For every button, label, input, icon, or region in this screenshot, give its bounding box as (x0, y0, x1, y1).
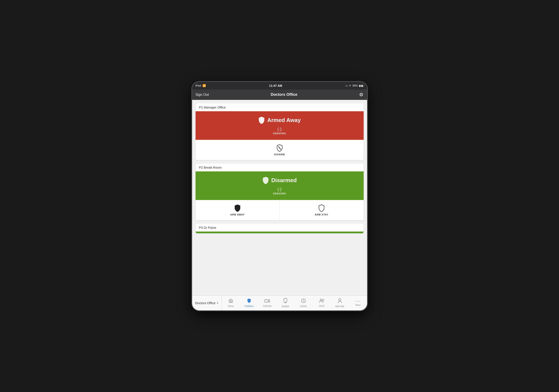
more-icon: ··· (355, 300, 360, 303)
tab-more-label: More (355, 304, 360, 306)
tab-cameras[interactable]: Cameras (258, 296, 276, 310)
p1-shield-icon (258, 116, 265, 124)
main-content: P1 Manager Office Armed Away (·) SENSORS (192, 100, 367, 295)
nav-title: Doctors Office (271, 92, 298, 97)
p1-status-tile[interactable]: Armed Away (·) SENSORS (196, 111, 364, 140)
tab-bar-location-button[interactable]: Doctors Office ∧ (192, 296, 222, 310)
tab-users-label: Users (319, 305, 324, 307)
p3-label: P3 Dr Paine (196, 224, 364, 232)
bluetooth-icon: ✴ (349, 84, 351, 87)
cameras-icon (265, 299, 270, 304)
svg-point-7 (323, 299, 324, 301)
p1-action-row: DISARM (196, 140, 364, 160)
svg-point-4 (285, 303, 286, 303)
p2-arm-away-label: ARM AWAY (230, 213, 245, 216)
settings-button[interactable]: ⚙ (359, 92, 363, 98)
p1-disarm-label: DISARM (274, 153, 285, 156)
status-bar: iPad 📶 11:47 AM ▭ ✴ 85% ▮▮▮ (192, 82, 367, 90)
svg-rect-3 (284, 298, 287, 302)
p3-status-bar (196, 232, 364, 233)
carrier-label: iPad (196, 84, 201, 87)
device-frame: iPad 📶 11:47 AM ▭ ✴ 85% ▮▮▮ Sign Out Doc… (192, 81, 368, 311)
tab-skybell[interactable]: SkyBell (276, 296, 294, 310)
svg-point-0 (261, 119, 262, 120)
myprofile-icon (338, 298, 342, 305)
p2-arm-stay-button[interactable]: ARM STAY (280, 200, 364, 220)
p2-label: P2 Break Room (196, 164, 364, 171)
status-left: iPad 📶 (196, 84, 206, 87)
tab-more[interactable]: ··· More (349, 296, 367, 310)
p2-status-tile[interactable]: Disarmed (·) SENSORS (196, 171, 364, 200)
svg-rect-2 (265, 300, 268, 302)
p2-status-title: Disarmed (262, 177, 297, 184)
p2-sensors[interactable]: (·) SENSORS (273, 187, 286, 195)
p1-status-title: Armed Away (258, 116, 301, 124)
partition-p2: P2 Break Room Disarmed (·) SENSORS (196, 164, 364, 220)
chevron-up-icon: ∧ (217, 301, 219, 304)
p2-shield-icon (262, 177, 269, 184)
p2-arm-away-button[interactable]: ARM AWAY (196, 200, 280, 220)
battery-percentage: 85% (353, 84, 358, 87)
wifi-icon: 📶 (203, 84, 206, 87)
status-time: 11:47 AM (269, 84, 282, 87)
p2-arm-stay-label: ARM STAY (315, 213, 328, 216)
p2-action-row: ARM AWAY ARM STAY (196, 200, 364, 220)
tab-home-label: Home (228, 305, 234, 307)
status-right: ▭ ✴ 85% ▮▮▮ (345, 84, 363, 87)
p2-sensors-label: SENSORS (273, 192, 286, 195)
users-icon (319, 299, 324, 304)
disarm-shield-icon (276, 144, 283, 152)
arm-away-shield-icon (234, 204, 241, 212)
tab-home[interactable]: Home (222, 296, 240, 310)
battery-icon: ▮▮▮ (359, 84, 363, 87)
tab-users[interactable]: Users (313, 296, 331, 310)
svg-point-6 (320, 299, 322, 301)
tab-partitions[interactable]: Partitions (240, 296, 258, 310)
arm-stay-shield-icon (318, 204, 325, 212)
gear-icon: ⚙ (359, 92, 363, 97)
p1-sensors-icon: (·) (278, 127, 281, 132)
skybell-icon (283, 298, 287, 305)
tab-bar: Doctors Office ∧ Home Part (192, 295, 367, 310)
partition-p3: P3 Dr Paine (196, 224, 364, 233)
tab-cameras-label: Cameras (263, 305, 272, 307)
svg-point-8 (339, 299, 341, 301)
events-icon (301, 298, 306, 304)
sign-out-button[interactable]: Sign Out (196, 93, 209, 97)
screen-icon: ▭ (345, 84, 348, 87)
tab-myprofile[interactable]: MyProfile (331, 296, 349, 310)
p1-sensors-label: SENSORS (273, 132, 286, 135)
location-label: Doctors Office (195, 301, 215, 305)
p1-sensors[interactable]: (·) SENSORS (273, 127, 286, 135)
p2-sensors-icon: (·) (278, 187, 281, 192)
p1-disarm-button[interactable]: DISARM (196, 140, 364, 160)
partitions-icon (247, 298, 252, 304)
tab-items: Home Partitions Cameras (222, 296, 367, 310)
svg-line-1 (278, 146, 281, 150)
tab-partitions-label: Partitions (245, 305, 254, 307)
tab-myprofile-label: MyProfile (335, 305, 344, 308)
p1-label: P1 Manager Office (196, 103, 364, 111)
partition-p1: P1 Manager Office Armed Away (·) SENSORS (196, 103, 364, 160)
tab-events[interactable]: Events (294, 296, 313, 310)
tab-events-label: Events (300, 305, 307, 307)
nav-bar: Sign Out Doctors Office ⚙ (192, 90, 367, 100)
tab-skybell-label: SkyBell (282, 305, 289, 308)
home-icon (228, 298, 233, 304)
